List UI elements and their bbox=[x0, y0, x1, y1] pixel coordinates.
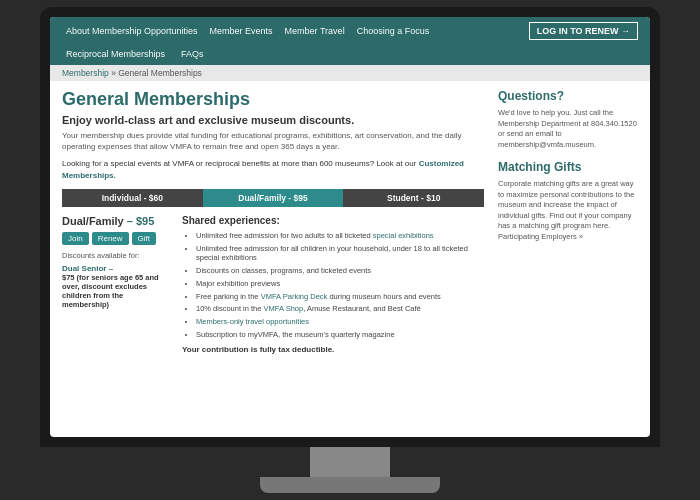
right-sidebar: Questions? We'd love to help you. Just c… bbox=[498, 89, 638, 354]
shared-experiences: Shared experiences: Unlimited free admis… bbox=[182, 215, 484, 354]
tab-individual[interactable]: Individual - $60 bbox=[62, 189, 203, 207]
login-button[interactable]: LOG IN TO RENEW → bbox=[529, 22, 638, 40]
membership-card: Dual/Family – $95 Join Renew Gift Discou… bbox=[62, 215, 172, 354]
shop-link[interactable]: VMFA Shop bbox=[264, 304, 304, 313]
nav-travel[interactable]: Member Travel bbox=[281, 24, 349, 38]
page-description: Your membership dues provide vital fundi… bbox=[62, 130, 484, 152]
gift-button[interactable]: Gift bbox=[132, 232, 156, 245]
list-item: Unlimited free admission for two adults … bbox=[196, 231, 484, 241]
list-item: 10% discount in the VMFA Shop, Amuse Res… bbox=[196, 304, 484, 314]
shared-title: Shared experiences: bbox=[182, 215, 484, 226]
page-title: General Memberships bbox=[62, 89, 484, 110]
membership-card-title: Dual/Family – $95 bbox=[62, 215, 172, 227]
tab-student[interactable]: Student - $10 bbox=[343, 189, 484, 207]
parking-link[interactable]: VMFA Parking Deck bbox=[261, 292, 328, 301]
nav-faqs[interactable]: FAQs bbox=[177, 47, 208, 61]
nav-about[interactable]: About Membership Opportunities bbox=[62, 24, 202, 38]
monitor-stand bbox=[40, 447, 660, 493]
list-item: Major exhibition previews bbox=[196, 279, 484, 289]
questions-title: Questions? bbox=[498, 89, 638, 103]
renew-button[interactable]: Renew bbox=[92, 232, 129, 245]
list-item: Discounts on classes, programs, and tick… bbox=[196, 266, 484, 276]
left-column: General Memberships Enjoy world-class ar… bbox=[62, 89, 484, 354]
nav-reciprocal[interactable]: Reciprocal Memberships bbox=[62, 47, 169, 61]
breadcrumb: Membership » General Memberships bbox=[50, 65, 650, 81]
questions-text: We'd love to help you. Just call the Mem… bbox=[498, 108, 638, 150]
tab-dual[interactable]: Dual/Family - $95 bbox=[203, 189, 344, 207]
list-item: Free parking in the VMFA Parking Deck du… bbox=[196, 292, 484, 302]
join-button[interactable]: Join bbox=[62, 232, 89, 245]
list-item: Members-only travel opportunities bbox=[196, 317, 484, 327]
membership-tabs: Individual - $60 Dual/Family - $95 Stude… bbox=[62, 189, 484, 207]
matching-gifts-title: Matching Gifts bbox=[498, 160, 638, 174]
experience-list: Unlimited free admission for two adults … bbox=[182, 231, 484, 340]
special-exhibitions-link-1[interactable]: special exhibitions bbox=[373, 231, 434, 240]
matching-gifts-text: Corporate matching gifts are a great way… bbox=[498, 179, 638, 242]
nav-focus[interactable]: Choosing a Focus bbox=[353, 24, 434, 38]
stand-base bbox=[260, 477, 440, 493]
breadcrumb-current: General Memberships bbox=[118, 68, 202, 78]
stand-neck bbox=[310, 447, 390, 477]
main-nav: About Membership Opportunities Member Ev… bbox=[50, 17, 650, 45]
list-item: Subscription to myVMFA, the museum's qua… bbox=[196, 330, 484, 340]
nav-events[interactable]: Member Events bbox=[206, 24, 277, 38]
travel-link[interactable]: Members-only travel opportunities bbox=[196, 317, 309, 326]
discount-item: Dual Senior – $75 (for seniors age 65 an… bbox=[62, 264, 172, 309]
nav-row2: Reciprocal Memberships FAQs bbox=[50, 45, 650, 65]
main-content: General Memberships Enjoy world-class ar… bbox=[50, 81, 650, 362]
special-note: Looking for a special events at VMFA or … bbox=[62, 158, 484, 180]
tax-note: Your contribution is fully tax deductibl… bbox=[182, 345, 484, 354]
discount-name: Dual Senior – bbox=[62, 264, 172, 273]
discount-desc: $75 (for seniors age 65 and over, discou… bbox=[62, 273, 172, 309]
content-panel: Dual/Family – $95 Join Renew Gift Discou… bbox=[62, 215, 484, 354]
nav-links: About Membership Opportunities Member Ev… bbox=[62, 24, 433, 38]
page-subtitle: Enjoy world-class art and exclusive muse… bbox=[62, 114, 484, 126]
list-item: Unlimited free admission for all childre… bbox=[196, 244, 484, 264]
discounts-label: Discounts available for: bbox=[62, 251, 172, 260]
action-buttons: Join Renew Gift bbox=[62, 232, 172, 245]
breadcrumb-membership[interactable]: Membership bbox=[62, 68, 109, 78]
